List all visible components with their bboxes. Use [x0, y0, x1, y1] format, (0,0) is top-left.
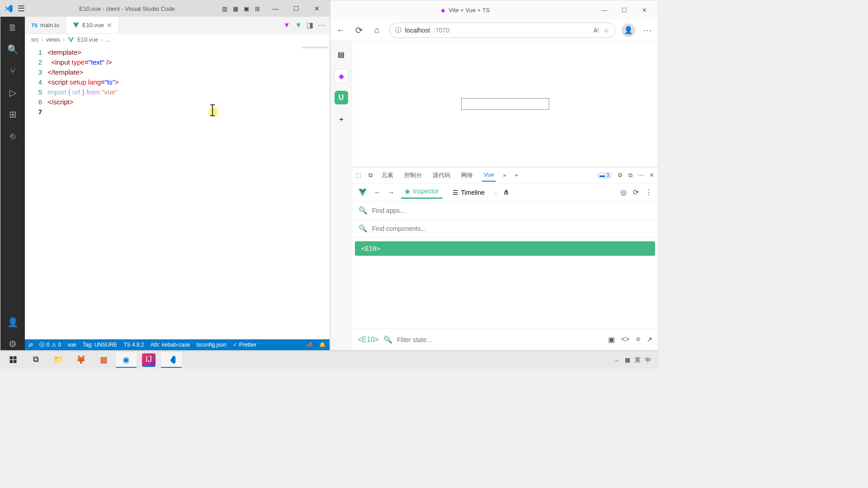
- code-editor[interactable]: 1 2 3 4 5 6 7 <template> <input type="te…: [25, 46, 330, 339]
- tab-main-ts[interactable]: TS main.ts: [25, 17, 66, 33]
- vue-icon[interactable]: ▼: [295, 21, 302, 29]
- more-icon[interactable]: ⋮: [645, 188, 652, 197]
- tray-grid-icon[interactable]: ▦: [625, 357, 630, 363]
- layout-icon[interactable]: ▣: [242, 5, 251, 12]
- refresh-icon[interactable]: ⟳: [633, 188, 639, 197]
- back-icon[interactable]: ←: [374, 188, 381, 197]
- sidetab-vite-icon[interactable]: ◆: [335, 69, 348, 83]
- minimap[interactable]: [302, 47, 329, 53]
- lang-mode[interactable]: vue: [67, 342, 76, 348]
- remote-icon[interactable]: ⎋: [6, 130, 19, 142]
- component-tree: <E10>: [352, 238, 658, 328]
- chevron-right-icon[interactable]: ›: [495, 188, 497, 197]
- vite-icon[interactable]: ▼: [283, 21, 290, 29]
- timeline-tab[interactable]: ☰Timeline: [449, 187, 488, 198]
- explorer-icon[interactable]: 🗎: [6, 21, 19, 34]
- tab-sources[interactable]: 源代码: [431, 169, 452, 182]
- vscode-taskbar-icon[interactable]: [161, 352, 182, 368]
- task-view-icon[interactable]: ⧉: [25, 352, 46, 368]
- dock-icon[interactable]: ⧉: [628, 172, 632, 179]
- settings-icon[interactable]: ⚙: [6, 338, 19, 350]
- tsconfig-status[interactable]: tsconfig.json: [196, 342, 226, 348]
- office-icon[interactable]: ▦: [93, 352, 114, 368]
- component-node-e10[interactable]: <E10>: [355, 241, 655, 256]
- back-icon[interactable]: ←: [335, 25, 347, 35]
- layout-icon[interactable]: ⊞: [253, 5, 262, 12]
- favorite-icon[interactable]: ☆: [604, 27, 609, 34]
- list-icon[interactable]: ≡: [636, 335, 640, 344]
- more-tabs-icon[interactable]: »: [503, 172, 506, 178]
- close-devtools-icon[interactable]: ✕: [649, 172, 654, 178]
- problems-button[interactable]: ⓧ 0 ⚠ 0: [39, 341, 61, 349]
- menu-icon[interactable]: ☰: [18, 4, 25, 14]
- filter-state-input[interactable]: [397, 336, 604, 343]
- find-apps-row: 🔍: [352, 202, 658, 220]
- prettier-status[interactable]: ✓ Prettier: [233, 342, 257, 348]
- issues-badge[interactable]: ▬ 3: [597, 172, 612, 179]
- breadcrumbs[interactable]: src› views› E10.vue› ...: [25, 34, 330, 46]
- intellij-icon[interactable]: IJ: [142, 353, 156, 367]
- minimize-icon[interactable]: —: [595, 7, 613, 14]
- profile-avatar[interactable]: 👤: [622, 23, 635, 37]
- inspector-tab[interactable]: ◉Inspector: [401, 186, 443, 199]
- code-icon[interactable]: <>: [621, 335, 630, 344]
- address-bar[interactable]: ⓘ localhost:7070 A⁾ ☆: [389, 23, 615, 38]
- tab-console[interactable]: 控制台: [402, 169, 424, 182]
- source-control-icon[interactable]: ⑂: [6, 65, 19, 77]
- tree-icon[interactable]: ⋔: [503, 188, 509, 197]
- sidetab-add-icon[interactable]: ＋: [335, 113, 348, 126]
- extensions-icon[interactable]: ⊞: [6, 108, 19, 121]
- bell-icon[interactable]: 🔔: [319, 342, 326, 348]
- code-body[interactable]: <template> <input type="text" /> </templ…: [47, 46, 330, 339]
- close-tab-icon[interactable]: ✕: [107, 22, 112, 29]
- popout-icon[interactable]: ↗: [646, 335, 652, 344]
- sidetab-page-icon[interactable]: ▤: [335, 47, 348, 61]
- read-aloud-icon[interactable]: A⁾: [594, 27, 599, 34]
- ime-indicator[interactable]: 英: [635, 356, 641, 364]
- explorer-icon[interactable]: 📁: [48, 352, 69, 368]
- firefox-icon[interactable]: 🦊: [71, 352, 91, 368]
- tab-vue[interactable]: Vue: [482, 169, 496, 182]
- feedback-icon[interactable]: 📣: [306, 342, 313, 348]
- more-icon[interactable]: ⋯: [638, 172, 644, 178]
- minimize-icon[interactable]: —: [266, 5, 284, 12]
- debug-icon[interactable]: ▷: [6, 86, 19, 99]
- ime-indicator[interactable]: 中: [645, 356, 651, 364]
- ts-version[interactable]: TS 4.8.2: [123, 342, 144, 348]
- close-icon[interactable]: ✕: [635, 7, 653, 14]
- home-icon[interactable]: ⌂: [371, 25, 383, 35]
- more-icon[interactable]: ⋯: [318, 21, 325, 29]
- tab-e10-vue[interactable]: E10.vue ✕: [66, 17, 119, 33]
- tray-chevron-icon[interactable]: ︿: [614, 356, 620, 364]
- find-components-input[interactable]: [372, 225, 651, 232]
- sidetab-u-icon[interactable]: U: [335, 91, 348, 104]
- tab-network[interactable]: 网络: [459, 169, 475, 182]
- site-info-icon[interactable]: ⓘ: [395, 26, 401, 34]
- start-button[interactable]: [3, 352, 24, 368]
- device-icon[interactable]: ⧉: [368, 172, 373, 179]
- layout-icon[interactable]: ▥: [220, 5, 229, 12]
- search-icon[interactable]: 🔍: [6, 43, 19, 56]
- attr-status[interactable]: Attr: kebab-case: [151, 342, 190, 348]
- account-icon[interactable]: 👤: [6, 316, 19, 328]
- find-apps-input[interactable]: [372, 207, 651, 214]
- target-icon[interactable]: ◎: [620, 188, 627, 197]
- tag-status[interactable]: Tag: UNSURE: [83, 342, 118, 348]
- tab-elements[interactable]: 元素: [380, 169, 395, 182]
- maximize-icon[interactable]: ☐: [287, 5, 305, 12]
- split-editor-icon[interactable]: ◨: [307, 21, 313, 29]
- settings-icon[interactable]: ⚙: [618, 172, 623, 178]
- layout-icon[interactable]: ▦: [231, 5, 240, 12]
- inspect-icon[interactable]: ⬚: [356, 172, 361, 178]
- add-tab-icon[interactable]: ＋: [514, 171, 519, 179]
- maximize-icon[interactable]: ☐: [615, 7, 633, 14]
- more-icon[interactable]: ⋯: [642, 25, 653, 36]
- preview-text-input[interactable]: [461, 98, 549, 110]
- close-icon[interactable]: ✕: [308, 5, 326, 12]
- edge-icon[interactable]: ◉: [116, 352, 137, 368]
- windows-taskbar: ⧉ 📁 🦊 ▦ ◉ IJ ︿ ▦ 英 中: [0, 351, 658, 369]
- reload-icon[interactable]: ⟳: [353, 25, 365, 36]
- remote-button[interactable]: ⇄: [28, 342, 33, 348]
- forward-icon[interactable]: →: [387, 188, 395, 197]
- snapshot-icon[interactable]: ▣: [608, 335, 615, 344]
